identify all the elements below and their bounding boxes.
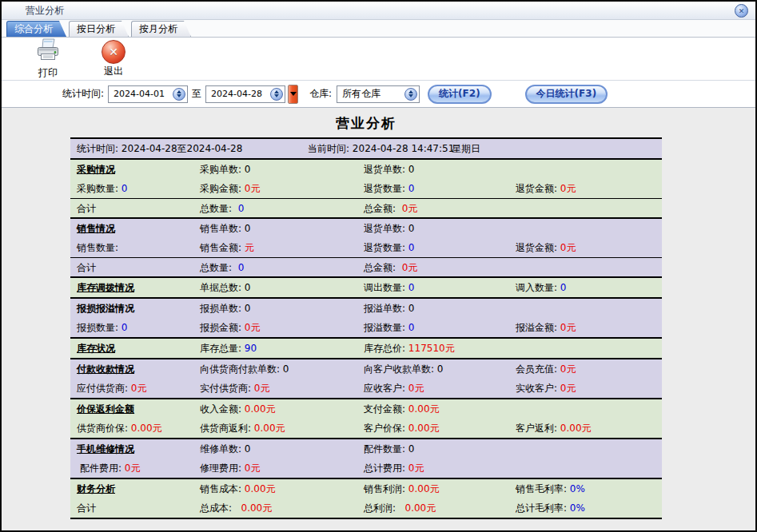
- report-cell: 采购情况: [77, 160, 115, 179]
- date-from-value: 2024-04-01: [114, 89, 165, 99]
- report-row: 采购情况采购单数: 0退货单数: 0: [70, 160, 662, 179]
- report-row: 手机维修情况维修单数: 0配件数量: 0: [70, 439, 662, 459]
- report-cell: 统计时间: 2024-04-28至2024-04-28: [77, 139, 242, 158]
- window-titlebar: 营业分析 ✕: [2, 2, 755, 20]
- report-cell: 总成本: 0.00元: [200, 498, 272, 518]
- filter-bar: 统计时间: 2024-04-01 至 2024-04-28 仓库: 所有仓库 统…: [2, 81, 755, 108]
- tab-monthly-analysis[interactable]: 按月分析: [131, 21, 191, 37]
- report-cell: 客户价保: 0.00元: [364, 419, 440, 438]
- report-row: 销售情况销售单数: 0退货单数: 0: [70, 219, 662, 238]
- tab-daily-analysis[interactable]: 按日分析: [69, 21, 129, 37]
- report-cell: 调出数量: 0: [364, 278, 415, 297]
- report-cell: 维修单数: 0: [200, 439, 251, 459]
- report-section: 销售情况销售单数: 0退货单数: 0销售数量: 销售金额: 元退货数量: 0退货…: [70, 217, 662, 276]
- report-cell: 报溢单数: 0: [364, 299, 415, 318]
- report-section: 库存状况库存总量: 90库存总价: 117510元: [70, 337, 662, 358]
- report-cell: 报损金额: 0元: [200, 318, 261, 337]
- report-cell: 报损数量: 0: [77, 318, 128, 337]
- date-from-spinner-icon[interactable]: [173, 88, 185, 101]
- report-cell: 单据总数: 0: [200, 278, 251, 297]
- report-row: 统计时间: 2024-04-28至2024-04-28当前时间: 2024-04…: [70, 139, 662, 158]
- report-row: 合计总数量: 0总金额: 0元: [70, 257, 662, 276]
- report-cell: 配件数量: 0: [364, 439, 415, 459]
- report-section: 价保返利金额收入金额: 0.00元支付金额: 0.00元供货商价保: 0.00元…: [70, 398, 662, 438]
- report-row: 配件费用: 0元修理费用: 0元总计费用: 0元: [70, 459, 662, 478]
- report-cell: 总利润: 0.00元: [364, 498, 436, 518]
- report-section: 付款收款情况向供货商付款单数: 0向客户收款单数: 0会员充值: 0元应付供货商…: [70, 358, 662, 398]
- exit-button[interactable]: ✕ 退出: [91, 40, 136, 78]
- report-cell: 供货商返利: 0.00元: [200, 419, 285, 438]
- report-cell: 销售成本: 0.00元: [200, 479, 276, 498]
- report-cell: 库存调拨情况: [77, 278, 134, 297]
- report-cell: 客户返利: 0.00元: [516, 419, 592, 438]
- to-label: 至: [192, 87, 201, 101]
- report-table: 统计时间: 2024-04-28至2024-04-28当前时间: 2024-04…: [70, 137, 662, 519]
- report-title: 营业分析: [70, 114, 662, 133]
- report-cell: 报损单数: 0: [200, 299, 251, 318]
- stat-button[interactable]: 统计(F2): [428, 85, 492, 104]
- warehouse-spinner-icon[interactable]: [404, 88, 417, 101]
- report-cell: 销售利润: 0.00元: [364, 479, 440, 498]
- calendar-dropdown-button[interactable]: [288, 85, 298, 104]
- report-cell: 采购金额: 0元: [200, 179, 261, 198]
- report-cell: 退货金额: 0元: [516, 179, 576, 198]
- report-cell: 配件费用: 0元: [80, 459, 141, 478]
- exit-label: 退出: [104, 65, 123, 78]
- report-cell: 退货单数: 0: [364, 160, 415, 179]
- report-row: 合计总成本: 0.00元总利润: 0.00元总计毛利率: 0%: [70, 498, 662, 518]
- report-cell: 库存总价: 117510元: [364, 339, 455, 358]
- report-section: 报损报溢情况报损单数: 0报溢单数: 0报损数量: 0报损金额: 0元报溢数量:…: [70, 297, 662, 337]
- report-cell: 合计: [77, 498, 96, 518]
- report-cell: 当前时间: 2024-04-28 14:47:51: [308, 139, 454, 158]
- report-cell: 合计: [77, 258, 96, 277]
- report-cell: 销售单数: 0: [200, 219, 251, 238]
- report-cell: 收入金额: 0.00元: [200, 399, 276, 419]
- report-row: 销售数量: 销售金额: 元退货数量: 0退货金额: 0元: [70, 238, 662, 257]
- warehouse-select[interactable]: 所有仓库: [337, 85, 420, 103]
- report-cell: 采购数量: 0: [77, 179, 128, 198]
- report-row: 报损报溢情况报损单数: 0报溢单数: 0: [70, 299, 662, 318]
- report-cell: 向供货商付款单数: 0: [200, 359, 289, 379]
- tab-label: 综合分析: [14, 23, 53, 34]
- report-cell: 销售情况: [77, 219, 115, 238]
- report-cell: 付款收款情况: [77, 359, 134, 379]
- exit-icon: ✕: [102, 40, 126, 64]
- report-cell: 总金额: 0元: [364, 258, 417, 277]
- tab-label: 按日分析: [77, 23, 115, 34]
- toolbar: 打印 ✕ 退出: [2, 38, 755, 81]
- today-stat-button[interactable]: 今日统计(F3): [525, 85, 608, 104]
- report-row: 库存调拨情况单据总数: 0调出数量: 0调入数量: 0: [70, 278, 662, 297]
- report-cell: 调入数量: 0: [516, 278, 567, 297]
- report-cell: 支付金额: 0.00元: [364, 399, 440, 419]
- report-cell: 销售毛利率: 0%: [516, 479, 585, 498]
- date-to-field[interactable]: 2024-04-28: [205, 85, 285, 103]
- window-title: 营业分析: [26, 4, 64, 18]
- report-cell: 采购单数: 0: [200, 160, 251, 179]
- report-row: 采购数量: 0采购金额: 0元退货数量: 0退货金额: 0元: [70, 179, 662, 198]
- report-row: 供货商价保: 0.00元供货商返利: 0.00元客户价保: 0.00元客户返利:…: [70, 419, 662, 438]
- report-cell: 总数量: 0: [200, 199, 244, 218]
- close-button[interactable]: ✕: [735, 4, 748, 18]
- report-section: 手机维修情况维修单数: 0配件数量: 0配件费用: 0元修理费用: 0元总计费用…: [70, 438, 662, 478]
- report-cell: 价保返利金额: [77, 399, 134, 419]
- report-cell: 合计: [77, 199, 96, 218]
- report-row: 价保返利金额收入金额: 0.00元支付金额: 0.00元: [70, 399, 662, 419]
- date-to-spinner-icon[interactable]: [270, 88, 283, 101]
- report-cell: 向客户收款单数: 0: [364, 359, 444, 379]
- dropdown-arrow-icon: [290, 92, 297, 96]
- report-cell: 会员充值: 0元: [516, 359, 576, 379]
- warehouse-label: 仓库:: [309, 87, 332, 101]
- report-area: 营业分析 统计时间: 2024-04-28至2024-04-28当前时间: 20…: [2, 108, 755, 530]
- report-cell: 报溢数量: 0: [364, 318, 415, 337]
- report-section: 财务分析销售成本: 0.00元销售利润: 0.00元销售毛利率: 0%合计总成本…: [70, 478, 662, 518]
- report-cell: 应收客户: 0元: [364, 379, 424, 398]
- tab-comprehensive-analysis[interactable]: 综合分析: [6, 21, 66, 37]
- report-cell: 总计毛利率: 0%: [516, 498, 585, 518]
- print-button[interactable]: 打印: [26, 38, 70, 80]
- report-cell: 实收客户: 0元: [516, 379, 576, 398]
- date-from-field[interactable]: 2024-04-01: [108, 85, 188, 103]
- report-cell: 退货单数: 0: [364, 219, 415, 238]
- close-icon: ✕: [739, 7, 745, 15]
- report-section: 统计时间: 2024-04-28至2024-04-28当前时间: 2024-04…: [70, 139, 662, 158]
- tab-bar: 综合分析 按日分析 按月分析: [2, 20, 755, 38]
